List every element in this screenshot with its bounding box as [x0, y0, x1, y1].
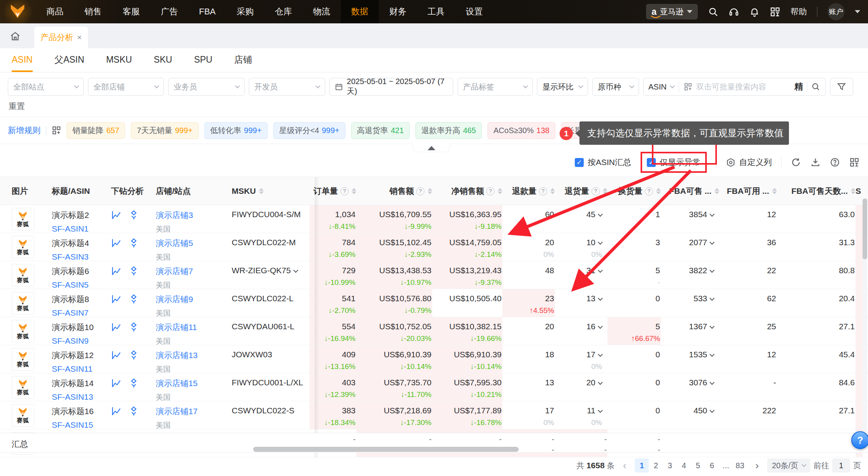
- rule-tag[interactable]: 退款率升高465: [416, 122, 482, 139]
- asin-link[interactable]: SF-ASIN11: [52, 364, 108, 374]
- page-button-4[interactable]: 4: [677, 458, 691, 472]
- layout-grid-icon[interactable]: [849, 157, 859, 167]
- product-image[interactable]: 赛狐: [12, 208, 34, 230]
- bell-icon[interactable]: [749, 7, 760, 17]
- subtab-ASIN[interactable]: ASIN: [12, 48, 33, 72]
- chevron-down-icon[interactable]: [710, 268, 715, 273]
- apps-grid-icon[interactable]: [770, 7, 780, 17]
- drill-down-icon[interactable]: [129, 266, 139, 276]
- chevron-down-icon[interactable]: [598, 268, 603, 273]
- product-tag-select[interactable]: 产品标签: [458, 78, 533, 96]
- chevron-down-icon[interactable]: [598, 352, 603, 357]
- checkbox-checked-icon[interactable]: ✓: [575, 158, 584, 167]
- page-button-6[interactable]: 6: [705, 458, 719, 472]
- rule-grid-icon[interactable]: [52, 126, 61, 135]
- search-icon[interactable]: [811, 82, 820, 91]
- trend-chart-icon[interactable]: [111, 266, 121, 276]
- help-circle-icon[interactable]: [830, 157, 840, 167]
- prev-page-button[interactable]: ‹: [618, 458, 632, 472]
- page-button-2[interactable]: 2: [649, 458, 663, 472]
- trend-chart-icon[interactable]: [111, 322, 121, 332]
- col-header-msku[interactable]: MSKU: [232, 177, 312, 205]
- chevron-down-icon[interactable]: [598, 296, 603, 301]
- subtab-SPU[interactable]: SPU: [194, 48, 212, 72]
- col-header-exchange-qty[interactable]: 换货量?: [607, 177, 661, 205]
- page-button-5[interactable]: 5: [691, 458, 705, 472]
- subtab-父ASIN[interactable]: 父ASIN: [55, 48, 85, 72]
- page-button-83[interactable]: 83: [733, 458, 747, 472]
- asin-link[interactable]: SF-ASIN5: [52, 280, 108, 290]
- shop-select[interactable]: 全部店铺: [88, 78, 164, 96]
- shop-link[interactable]: 演示店铺9: [156, 294, 225, 305]
- asin-link[interactable]: SF-ASIN15: [52, 420, 108, 430]
- chevron-down-icon[interactable]: [710, 380, 715, 385]
- account-avatar[interactable]: 账户: [828, 3, 845, 20]
- product-image[interactable]: 赛狐: [12, 404, 34, 427]
- asin-link[interactable]: SF-ASIN7: [52, 308, 108, 318]
- checkbox-checked-icon[interactable]: ✓: [647, 158, 656, 167]
- goto-page-input[interactable]: 1: [832, 458, 850, 472]
- advanced-filter-button[interactable]: [830, 78, 853, 96]
- summarize-by-asin-checkbox[interactable]: ✓ 按ASIN汇总: [575, 157, 631, 168]
- reset-button[interactable]: 重置: [9, 101, 25, 112]
- trend-chart-icon[interactable]: [111, 350, 121, 360]
- headset-icon[interactable]: [729, 7, 739, 17]
- trend-chart-icon[interactable]: [111, 406, 121, 416]
- asin-link[interactable]: SF-ASIN3: [52, 252, 108, 262]
- drill-down-icon[interactable]: [129, 322, 139, 332]
- chevron-down-icon[interactable]: [855, 10, 860, 13]
- shop-link[interactable]: 演示店铺13: [156, 350, 225, 361]
- chevron-down-icon[interactable]: [710, 352, 715, 357]
- app-logo-fox-icon[interactable]: [0, 0, 36, 23]
- floating-help-button[interactable]: ?: [851, 431, 868, 449]
- page-button-3[interactable]: 3: [663, 458, 677, 472]
- drill-down-icon[interactable]: [129, 210, 139, 220]
- product-image[interactable]: 赛狐: [12, 320, 34, 343]
- asin-link[interactable]: SF-ASIN13: [52, 392, 108, 402]
- subtab-MSKU[interactable]: MSKU: [106, 48, 132, 72]
- chevron-down-icon[interactable]: [710, 296, 715, 301]
- rule-tag[interactable]: 7天无销量999+: [131, 122, 198, 139]
- shop-link[interactable]: 演示店铺5: [156, 238, 225, 249]
- drill-down-icon[interactable]: [129, 238, 139, 248]
- compare-select[interactable]: 显示环比: [537, 78, 588, 96]
- next-page-button[interactable]: ›: [750, 458, 764, 472]
- product-image[interactable]: 赛狐: [12, 236, 34, 258]
- close-icon[interactable]: ×: [77, 33, 82, 42]
- nav-item-商品[interactable]: 商品: [36, 0, 74, 23]
- chevron-down-icon[interactable]: [710, 212, 715, 217]
- chevron-down-icon[interactable]: [598, 212, 603, 217]
- trend-chart-icon[interactable]: [111, 294, 121, 304]
- nav-item-工具[interactable]: 工具: [417, 0, 455, 23]
- help-link[interactable]: 帮助: [791, 6, 807, 17]
- col-header-sales[interactable]: 销售额?: [356, 177, 432, 205]
- chevron-down-icon[interactable]: [710, 408, 715, 413]
- search-icon[interactable]: [708, 7, 718, 17]
- custom-columns-button[interactable]: 自定义列: [726, 157, 772, 168]
- col-header-fba-sellable[interactable]: FBA可售 ...: [661, 177, 719, 205]
- chevron-down-icon[interactable]: [598, 380, 603, 385]
- rule-tag[interactable]: 高退货率421: [351, 122, 410, 139]
- shop-link[interactable]: 演示店铺3: [156, 210, 225, 221]
- product-image[interactable]: 赛狐: [12, 376, 34, 399]
- product-image[interactable]: 赛狐: [12, 348, 34, 371]
- page-size-select[interactable]: 20条/页: [767, 458, 810, 472]
- drill-down-icon[interactable]: [129, 294, 139, 304]
- col-header-orders[interactable]: 订单量?: [310, 177, 356, 205]
- trend-chart-icon[interactable]: [111, 378, 121, 388]
- subtab-SKU[interactable]: SKU: [154, 48, 172, 72]
- col-header-net-sales[interactable]: 净销售额?: [432, 177, 502, 205]
- col-header-return-qty[interactable]: 退货量?: [555, 177, 607, 205]
- nav-item-销售[interactable]: 销售: [74, 0, 112, 23]
- col-header-refund-qty[interactable]: 退款量?: [502, 177, 555, 205]
- nav-item-仓库[interactable]: 仓库: [264, 0, 303, 23]
- asin-link[interactable]: SF-ASIN9: [52, 336, 108, 346]
- tab-product-analysis[interactable]: 产品分析 ×: [34, 26, 88, 48]
- chevron-down-icon[interactable]: [710, 324, 715, 329]
- nav-item-数据[interactable]: 数据: [341, 0, 379, 23]
- drill-down-icon[interactable]: [129, 378, 139, 388]
- exact-match-toggle[interactable]: 精: [794, 81, 803, 93]
- chevron-down-icon[interactable]: [598, 408, 603, 413]
- shop-link[interactable]: 演示店铺17: [156, 406, 225, 417]
- only-abnormal-checkbox[interactable]: ✓ 仅显示异常: [641, 152, 707, 173]
